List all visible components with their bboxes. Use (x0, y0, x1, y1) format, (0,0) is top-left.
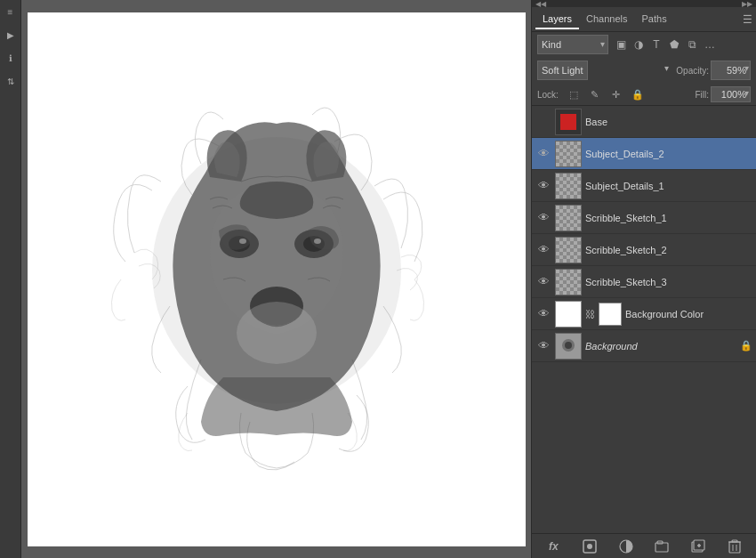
blend-mode-wrap[interactable]: Soft Light (537, 61, 672, 80)
opacity-label: Opacity: (676, 66, 709, 76)
tab-layers[interactable]: Layers (535, 10, 579, 29)
layer-thumb-scribble-sketch-2 (555, 237, 582, 263)
layer-name-scribble-sketch-3: Scribble_Sketch_3 (585, 277, 752, 287)
eye-visibility-background[interactable]: 👁 (535, 338, 551, 354)
kind-select[interactable]: Kind (537, 35, 608, 54)
eye-visibility-subject-details-2[interactable]: 👁 (535, 146, 551, 162)
blend-mode-select[interactable]: Soft Light (537, 61, 588, 80)
list-icon[interactable]: ⇅ (3, 73, 19, 89)
layers-panel: ◀◀ ▶▶ Layers Channels Paths ☰ Kind ▣ ◑ T… (531, 0, 756, 558)
layer-item-scribble-sketch-2[interactable]: 👁 Scribble_Sketch_2 (532, 234, 756, 266)
fx-button[interactable]: fx (544, 538, 562, 555)
layer-thumb-scribble-sketch-3 (555, 269, 582, 295)
wolf-sketch-image (45, 30, 508, 529)
kind-type-icon[interactable]: T (649, 37, 664, 52)
layer-name-subject-details-1: Subject_Details_1 (585, 181, 752, 191)
layer-item-subject-details-1[interactable]: 👁 Subject_Details_1 (532, 170, 756, 202)
tab-paths[interactable]: Paths (635, 10, 674, 29)
panel-topbar: ◀◀ ▶▶ (532, 0, 756, 7)
lock-pixels-btn[interactable]: ✎ (587, 86, 603, 102)
kind-shape-icon[interactable]: ⬟ (667, 37, 681, 52)
layer-name-background-color: Background Color (625, 309, 752, 319)
eye-visibility-scribble-sketch-3[interactable]: 👁 (535, 274, 551, 290)
delete-layer-button[interactable] (726, 538, 744, 555)
layer-item-base[interactable]: 👁 Base (532, 106, 756, 138)
create-group-button[interactable] (653, 538, 671, 555)
opacity-input[interactable] (711, 61, 751, 80)
layer-name-base: Base (585, 117, 752, 127)
layer-thumb-subject-details-1 (555, 173, 582, 199)
eye-visibility-base[interactable]: 👁 (535, 114, 551, 130)
svg-rect-22 (729, 542, 740, 553)
panel-menu-icon[interactable]: ☰ (743, 13, 752, 26)
fill-wrap: Fill: (695, 86, 751, 102)
lock-position-btn[interactable]: ✛ (608, 86, 624, 102)
lock-transparent-btn[interactable]: ⬚ (566, 86, 582, 102)
tab-channels[interactable]: Channels (579, 10, 634, 29)
fill-input[interactable] (711, 86, 751, 102)
layer-name-scribble-sketch-2: Scribble_Sketch_2 (585, 245, 752, 255)
canvas-area (21, 0, 531, 558)
svg-point-9 (237, 302, 317, 364)
blend-opacity-row: Soft Light Opacity: (532, 57, 756, 84)
opacity-wrap: Opacity: (676, 61, 751, 80)
layer-lock-icon-background: 🔒 (740, 340, 752, 352)
add-mask-button[interactable] (581, 538, 599, 555)
fill-value-wrap[interactable] (711, 86, 751, 102)
layer-thumb-background-color (555, 301, 582, 328)
layer-item-background-color[interactable]: 👁 ⛓ Background Color (532, 298, 756, 330)
add-adjustment-button[interactable] (617, 538, 635, 555)
layer-mask-background-color (599, 303, 622, 326)
kind-pixels-icon[interactable]: ▣ (614, 37, 628, 52)
canvas-content (28, 12, 526, 546)
new-layer-button[interactable] (689, 538, 707, 555)
layer-thumb-scribble-sketch-1 (555, 205, 582, 231)
layers-bottom-toolbar: fx (532, 533, 756, 558)
lock-all-btn[interactable]: 🔒 (630, 86, 646, 102)
play-icon[interactable]: ▶ (3, 27, 19, 43)
layer-item-subject-details-2[interactable]: 👁 Subject_Details_2 (532, 138, 756, 170)
info-icon[interactable]: ℹ (3, 50, 19, 66)
kind-adjustment-icon[interactable]: ◑ (631, 37, 646, 52)
lock-row: Lock: ⬚ ✎ ✛ 🔒 Fill: (532, 84, 756, 106)
layer-thumb-subject-details-2 (555, 141, 582, 167)
fill-label: Fill: (695, 90, 709, 100)
eye-visibility-scribble-sketch-1[interactable]: 👁 (535, 210, 551, 226)
lock-label: Lock: (537, 90, 559, 100)
base-red-icon (560, 114, 576, 130)
eye-visibility-background-color[interactable]: 👁 (535, 306, 551, 322)
left-toolbar: ≡ ▶ ℹ ⇅ (0, 0, 21, 558)
layers-icon[interactable]: ≡ (3, 4, 19, 20)
kind-icons: ▣ ◑ T ⬟ ⧉ … (614, 37, 717, 52)
opacity-value-wrap[interactable] (711, 61, 751, 80)
layer-name-background: Background (585, 341, 735, 352)
kind-row: Kind ▣ ◑ T ⬟ ⧉ … (532, 32, 756, 57)
layer-link-icon: ⛓ (585, 309, 595, 319)
eye-visibility-scribble-sketch-2[interactable]: 👁 (535, 242, 551, 258)
layer-name-scribble-sketch-1: Scribble_Sketch_1 (585, 213, 752, 223)
svg-rect-24 (732, 540, 737, 542)
kind-smart-icon[interactable]: ⧉ (685, 37, 699, 52)
layer-name-subject-details-2: Subject_Details_2 (585, 149, 752, 159)
layers-list: 👁 Base 👁 Subject_Details_2 👁 Subject_Det… (532, 106, 756, 533)
layer-thumb-background (555, 333, 582, 360)
layer-item-background[interactable]: 👁 Background 🔒 (532, 330, 756, 362)
layer-thumb-base (555, 109, 582, 135)
layer-item-scribble-sketch-1[interactable]: 👁 Scribble_Sketch_1 (532, 202, 756, 234)
kind-more-icon[interactable]: … (703, 37, 717, 52)
panel-tabs: Layers Channels Paths ☰ (532, 7, 756, 32)
svg-point-14 (587, 544, 592, 549)
eye-visibility-subject-details-1[interactable]: 👁 (535, 178, 551, 194)
layer-item-scribble-sketch-3[interactable]: 👁 Scribble_Sketch_3 (532, 266, 756, 298)
svg-point-12 (565, 342, 572, 349)
kind-select-wrap[interactable]: Kind (537, 35, 608, 54)
